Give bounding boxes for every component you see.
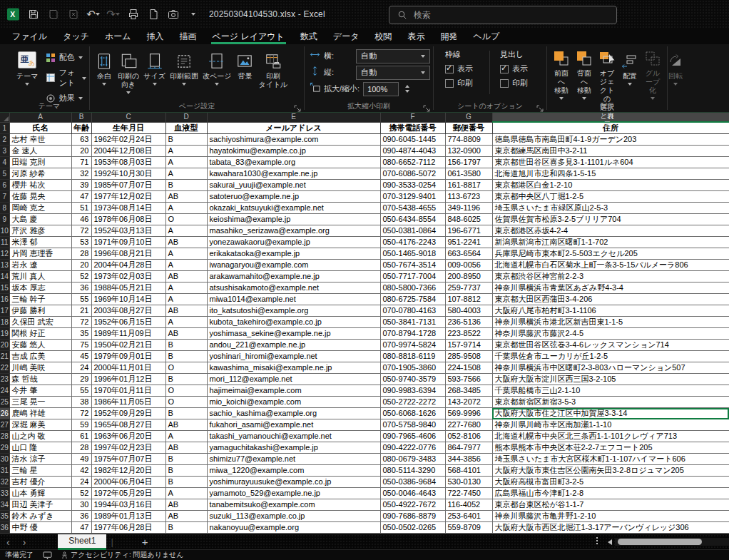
- cell[interactable]: 21: [71, 305, 91, 317]
- sendback-button[interactable]: 背面へ 移動: [573, 48, 596, 101]
- cell[interactable]: 2000年06月04日: [91, 477, 165, 488]
- cell[interactable]: 1977年12月02日: [91, 191, 165, 203]
- column-header-D[interactable]: D: [165, 113, 207, 122]
- cell[interactable]: sachiyoshimura@example.com: [207, 134, 380, 146]
- cell[interactable]: 090-7686-8879: [380, 511, 445, 522]
- scale-width-select[interactable]: 自動: [356, 49, 430, 63]
- cell[interactable]: 090-6045-1445: [380, 134, 445, 146]
- cell[interactable]: 神奈川県横浜市港北区新吉田東1-1-5: [492, 317, 729, 328]
- printtitles-button[interactable]: 印刷 タイトル: [256, 48, 290, 101]
- cell[interactable]: 三輪 幹子: [9, 294, 71, 305]
- row-header[interactable]: 20: [0, 340, 9, 351]
- row-header[interactable]: 34: [0, 499, 9, 511]
- row-header[interactable]: 13: [0, 260, 9, 271]
- cell[interactable]: 36: [71, 511, 91, 522]
- accessibility-status[interactable]: アクセシビリティ: 問題ありません: [61, 550, 184, 560]
- cell[interactable]: takashi_yamanouchi@example.net: [207, 431, 380, 442]
- cell[interactable]: shimizu77@example.net: [207, 454, 380, 465]
- bringfront-button[interactable]: 前面へ 移動: [550, 48, 573, 101]
- orientation-button[interactable]: 印刷の 向き: [116, 48, 141, 101]
- cell[interactable]: yonezawakaoru@example.jp: [207, 237, 380, 248]
- book-icon[interactable]: [47, 9, 59, 21]
- cell[interactable]: 050-1465-9018: [380, 248, 445, 260]
- cell[interactable]: 38: [71, 397, 91, 408]
- row-header[interactable]: 17: [0, 305, 9, 317]
- cell[interactable]: 久保田 武宏: [9, 317, 71, 328]
- cell[interactable]: satoteruo@example.ne.jp: [207, 191, 380, 203]
- row-header[interactable]: 4: [0, 157, 9, 168]
- cell[interactable]: mio_koichi@example.com: [207, 397, 380, 408]
- cell[interactable]: 東京都台東区松が谷1-1-7: [492, 499, 729, 511]
- cell[interactable]: 050-4176-2243: [380, 237, 445, 248]
- cell[interactable]: メールアドレス: [207, 122, 380, 134]
- cell[interactable]: 1952年09月29日: [91, 408, 165, 419]
- ribbon-tab-9[interactable]: 校閲: [367, 29, 399, 44]
- cell[interactable]: 川嶋 美咲: [9, 362, 71, 374]
- row-header[interactable]: 24: [0, 385, 9, 397]
- cell[interactable]: 金 速人: [9, 146, 71, 157]
- cell[interactable]: 75: [71, 340, 91, 351]
- cell[interactable]: A: [165, 168, 207, 180]
- cell[interactable]: 千葉県船橋市三山2-1-10: [492, 385, 729, 397]
- row-header[interactable]: 32: [0, 477, 9, 488]
- cell[interactable]: mori_112@example.net: [207, 374, 380, 385]
- cell[interactable]: 070-8794-1728: [380, 328, 445, 340]
- cell[interactable]: 片岡 恵理香: [9, 248, 71, 260]
- cell[interactable]: 52: [71, 488, 91, 499]
- cell[interactable]: 2003年08月27日: [91, 305, 165, 317]
- cell[interactable]: 神奈川県横浜市青葉区あざみ野4-3-4: [492, 282, 729, 294]
- cell[interactable]: suzuki_113@example.co.jp: [207, 511, 380, 522]
- cell[interactable]: B: [165, 134, 207, 146]
- cell[interactable]: 090-3533-0254: [380, 180, 445, 191]
- quick-print-icon[interactable]: [147, 9, 159, 21]
- cell[interactable]: 1979年09月01日: [91, 351, 165, 362]
- column-header-F[interactable]: F: [380, 113, 445, 122]
- row-header[interactable]: 19: [0, 328, 9, 340]
- fonts-button[interactable]: フォント: [46, 67, 86, 88]
- align-button[interactable]: 配置: [618, 48, 641, 101]
- select-all-corner[interactable]: [0, 113, 9, 122]
- redo-icon[interactable]: ↷: [107, 9, 119, 21]
- cell[interactable]: AB: [165, 328, 207, 340]
- cell[interactable]: 070-6086-5072: [380, 168, 445, 180]
- cell[interactable]: 1978年06月08日: [91, 214, 165, 225]
- cell[interactable]: 090-9983-6394: [380, 385, 445, 397]
- cell[interactable]: 236-5136: [445, 317, 492, 328]
- cell[interactable]: O: [165, 214, 207, 225]
- cell[interactable]: 39: [71, 180, 91, 191]
- row-header[interactable]: 30: [0, 454, 9, 465]
- cell[interactable]: 47: [71, 191, 91, 203]
- cell[interactable]: 349-1196: [445, 203, 492, 214]
- dialog-launcher-icon[interactable]: [423, 103, 431, 111]
- macro-record-icon[interactable]: [43, 551, 52, 559]
- cell[interactable]: yoshinari_hiromi@example.net: [207, 351, 380, 362]
- cell[interactable]: 223-8522: [445, 328, 492, 340]
- cell[interactable]: 鈴木 みずき: [9, 511, 71, 522]
- cell[interactable]: 61: [71, 431, 91, 442]
- scale-height-select[interactable]: 自動: [356, 66, 430, 80]
- cell[interactable]: 28: [71, 248, 91, 260]
- cell[interactable]: 569-9996: [445, 408, 492, 419]
- column-header-C[interactable]: C: [91, 113, 165, 122]
- cell[interactable]: 三尾 晃一: [9, 397, 71, 408]
- cell[interactable]: 47: [71, 522, 91, 534]
- cell[interactable]: 東京都世田谷区喜多見3-1-1101ルネ604: [492, 157, 729, 168]
- checkbox-見出し-印刷[interactable]: 印刷: [500, 78, 543, 88]
- cell[interactable]: 1963年06月20日: [91, 431, 165, 442]
- cell[interactable]: 1989年11月09日: [91, 328, 165, 340]
- cell[interactable]: 53: [71, 237, 91, 248]
- cell[interactable]: 568-4101: [445, 465, 492, 477]
- row-header[interactable]: 15: [0, 282, 9, 294]
- cell[interactable]: 224-1508: [445, 362, 492, 374]
- cell[interactable]: A: [165, 157, 207, 168]
- cell[interactable]: 1977年06月28日: [91, 522, 165, 534]
- cell[interactable]: andou_221@example.ne.jp: [207, 340, 380, 351]
- cell[interactable]: 1962年02月24日: [91, 134, 165, 146]
- cell[interactable]: AB: [165, 237, 207, 248]
- row-header[interactable]: 9: [0, 214, 9, 225]
- scale-percent-input[interactable]: 100%: [363, 82, 399, 96]
- cell[interactable]: 090-4874-4043: [380, 146, 445, 157]
- selpane-button[interactable]: オブジェクトの 選択と表示: [596, 48, 618, 101]
- cell[interactable]: O: [165, 385, 207, 397]
- cell[interactable]: yamaguchitakashi@example.jp: [207, 442, 380, 454]
